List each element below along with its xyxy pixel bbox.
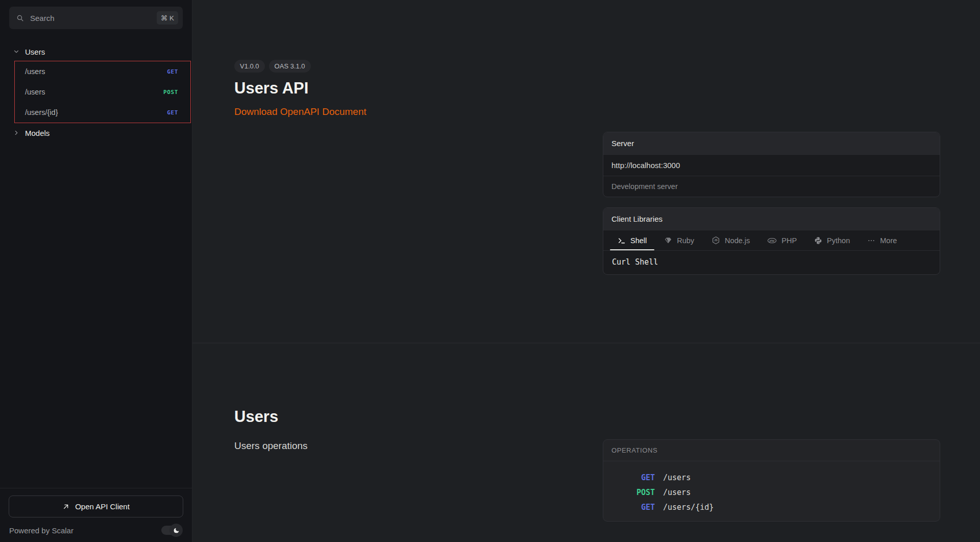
method-badge: GET [611,473,655,482]
operation-path: /users/{id} [663,503,932,512]
sidebar-section-users[interactable]: Users [0,43,192,60]
tab-python[interactable]: Python [805,230,859,250]
tab-label: PHP [781,237,797,245]
tab-nodejs[interactable]: JS Node.js [703,230,758,250]
download-openapi-link[interactable]: Download OpenAPI Document [234,106,366,117]
operations-card: OPERATIONS GET /users POST /users GET /u… [603,439,940,522]
chevron-right-icon [13,129,20,136]
tab-shell[interactable]: Shell [609,230,655,250]
tab-label: Ruby [677,237,694,245]
sidebar-section-label: Users [25,48,45,56]
endpoint-path: /users/{id} [25,108,58,116]
sidebar-section-models[interactable]: Models [0,125,192,141]
chevron-down-icon [13,48,20,55]
powered-by-scalar-link[interactable]: Powered by Scalar [9,526,74,535]
search-shortcut-badge: ⌘ K [157,11,178,25]
search-input[interactable]: Search ⌘ K [9,7,183,29]
operations-card-title: OPERATIONS [603,440,940,461]
sidebar-footer: Open API Client Powered by Scalar [0,488,192,542]
code-snippet: Curl Shell [603,250,940,274]
operation-link-get-users-id[interactable]: GET /users/{id} [611,500,932,514]
server-card-title: Server [603,132,940,154]
method-badge: GET [611,503,655,512]
server-url[interactable]: http://localhost:3000 [603,154,940,176]
nodejs-icon: JS [712,236,720,245]
operation-link-get-users[interactable]: GET /users [611,470,932,485]
toggle-knob [169,524,183,537]
sidebar-selection-highlight: /users GET /users POST /users/{id} GET [14,61,191,123]
method-badge: GET [167,68,178,75]
search-placeholder: Search [30,14,151,22]
endpoint-path: /users [25,88,45,96]
operation-path: /users [663,488,932,497]
tab-more[interactable]: More [859,230,905,250]
method-badge: POST [163,89,178,96]
client-libraries-card: Client Libraries Shell [603,207,940,275]
dark-mode-toggle[interactable] [161,526,181,535]
section-description: Users operations [234,440,603,452]
section-title: Users [234,408,603,426]
api-intro-section: V1.0.0 OAS 3.1.0 Users API Download Open… [192,0,980,343]
sidebar-item-get-users[interactable]: /users GET [15,61,190,82]
tab-label: Node.js [725,237,750,245]
tab-label: Python [827,237,850,245]
operation-path: /users [663,473,932,482]
ruby-icon [664,237,672,245]
operation-link-post-users[interactable]: POST /users [611,485,932,500]
client-library-tabs: Shell Ruby [603,230,940,250]
tab-php[interactable]: php PHP [758,230,805,250]
method-badge: GET [167,109,178,116]
ellipsis-icon [867,237,875,245]
svg-text:JS: JS [714,239,718,242]
oas-badge: OAS 3.1.0 [269,60,311,73]
open-api-client-button[interactable]: Open API Client [9,496,183,517]
users-tag-section: Users Users operations OPERATIONS GET /u… [192,343,980,542]
arrow-up-right-icon [62,503,70,510]
server-card: Server http://localhost:3000 Development… [603,132,940,197]
php-icon: php [767,237,777,245]
search-icon [16,14,24,22]
version-badge: V1.0.0 [234,60,265,73]
python-icon [814,237,822,245]
sidebar-nav: Users /users GET /users POST /users/{id}… [0,29,192,488]
sidebar-item-get-users-id[interactable]: /users/{id} GET [15,102,190,123]
open-api-client-label: Open API Client [75,502,130,511]
method-badge: POST [611,488,655,497]
tab-label: More [880,237,897,245]
sidebar-item-post-users[interactable]: /users POST [15,82,190,102]
page-title: Users API [234,79,603,98]
server-description: Development server [603,176,940,197]
tab-label: Shell [630,237,647,245]
client-libraries-title: Client Libraries [603,208,940,230]
svg-text:php: php [769,239,774,242]
moon-icon [173,527,180,534]
sidebar-section-label: Models [25,129,50,137]
main-content: V1.0.0 OAS 3.1.0 Users API Download Open… [192,0,980,542]
sidebar: Search ⌘ K Users /users GET /users POST … [0,0,192,542]
tab-ruby[interactable]: Ruby [655,230,703,250]
endpoint-path: /users [25,67,45,76]
terminal-icon [618,237,626,245]
